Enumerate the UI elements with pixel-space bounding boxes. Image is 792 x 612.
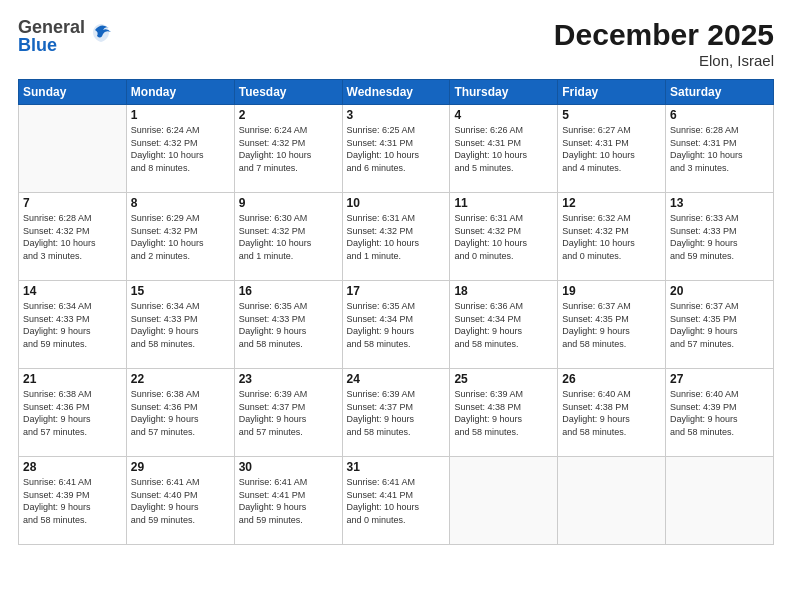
table-row: 2Sunrise: 6:24 AM Sunset: 4:32 PM Daylig…	[234, 105, 342, 193]
table-row: 20Sunrise: 6:37 AM Sunset: 4:35 PM Dayli…	[666, 281, 774, 369]
table-row: 10Sunrise: 6:31 AM Sunset: 4:32 PM Dayli…	[342, 193, 450, 281]
day-number: 3	[347, 108, 446, 122]
day-info: Sunrise: 6:39 AM Sunset: 4:38 PM Dayligh…	[454, 388, 553, 438]
day-info: Sunrise: 6:35 AM Sunset: 4:34 PM Dayligh…	[347, 300, 446, 350]
month-title: December 2025	[554, 18, 774, 52]
col-thursday: Thursday	[450, 80, 558, 105]
table-row: 6Sunrise: 6:28 AM Sunset: 4:31 PM Daylig…	[666, 105, 774, 193]
table-row: 12Sunrise: 6:32 AM Sunset: 4:32 PM Dayli…	[558, 193, 666, 281]
day-info: Sunrise: 6:35 AM Sunset: 4:33 PM Dayligh…	[239, 300, 338, 350]
day-number: 12	[562, 196, 661, 210]
day-number: 31	[347, 460, 446, 474]
day-info: Sunrise: 6:34 AM Sunset: 4:33 PM Dayligh…	[23, 300, 122, 350]
day-info: Sunrise: 6:27 AM Sunset: 4:31 PM Dayligh…	[562, 124, 661, 174]
day-info: Sunrise: 6:31 AM Sunset: 4:32 PM Dayligh…	[454, 212, 553, 262]
day-info: Sunrise: 6:32 AM Sunset: 4:32 PM Dayligh…	[562, 212, 661, 262]
day-info: Sunrise: 6:36 AM Sunset: 4:34 PM Dayligh…	[454, 300, 553, 350]
day-number: 7	[23, 196, 122, 210]
calendar-table: Sunday Monday Tuesday Wednesday Thursday…	[18, 79, 774, 545]
day-number: 27	[670, 372, 769, 386]
day-number: 18	[454, 284, 553, 298]
day-info: Sunrise: 6:28 AM Sunset: 4:32 PM Dayligh…	[23, 212, 122, 262]
day-info: Sunrise: 6:38 AM Sunset: 4:36 PM Dayligh…	[23, 388, 122, 438]
day-info: Sunrise: 6:37 AM Sunset: 4:35 PM Dayligh…	[562, 300, 661, 350]
col-saturday: Saturday	[666, 80, 774, 105]
day-info: Sunrise: 6:24 AM Sunset: 4:32 PM Dayligh…	[239, 124, 338, 174]
day-number: 5	[562, 108, 661, 122]
day-number: 11	[454, 196, 553, 210]
table-row: 19Sunrise: 6:37 AM Sunset: 4:35 PM Dayli…	[558, 281, 666, 369]
day-info: Sunrise: 6:40 AM Sunset: 4:39 PM Dayligh…	[670, 388, 769, 438]
table-row: 18Sunrise: 6:36 AM Sunset: 4:34 PM Dayli…	[450, 281, 558, 369]
day-number: 14	[23, 284, 122, 298]
table-row: 23Sunrise: 6:39 AM Sunset: 4:37 PM Dayli…	[234, 369, 342, 457]
day-number: 22	[131, 372, 230, 386]
day-number: 30	[239, 460, 338, 474]
day-number: 21	[23, 372, 122, 386]
day-number: 9	[239, 196, 338, 210]
day-number: 26	[562, 372, 661, 386]
day-info: Sunrise: 6:41 AM Sunset: 4:39 PM Dayligh…	[23, 476, 122, 526]
logo-bird-icon	[87, 20, 115, 48]
logo-general: General	[18, 18, 85, 36]
col-tuesday: Tuesday	[234, 80, 342, 105]
day-info: Sunrise: 6:38 AM Sunset: 4:36 PM Dayligh…	[131, 388, 230, 438]
day-number: 15	[131, 284, 230, 298]
day-info: Sunrise: 6:24 AM Sunset: 4:32 PM Dayligh…	[131, 124, 230, 174]
day-number: 28	[23, 460, 122, 474]
table-row: 25Sunrise: 6:39 AM Sunset: 4:38 PM Dayli…	[450, 369, 558, 457]
table-row: 13Sunrise: 6:33 AM Sunset: 4:33 PM Dayli…	[666, 193, 774, 281]
table-row: 1Sunrise: 6:24 AM Sunset: 4:32 PM Daylig…	[126, 105, 234, 193]
table-row: 24Sunrise: 6:39 AM Sunset: 4:37 PM Dayli…	[342, 369, 450, 457]
day-info: Sunrise: 6:30 AM Sunset: 4:32 PM Dayligh…	[239, 212, 338, 262]
day-number: 2	[239, 108, 338, 122]
calendar-week-row: 28Sunrise: 6:41 AM Sunset: 4:39 PM Dayli…	[19, 457, 774, 545]
calendar-header-row: Sunday Monday Tuesday Wednesday Thursday…	[19, 80, 774, 105]
day-info: Sunrise: 6:41 AM Sunset: 4:41 PM Dayligh…	[239, 476, 338, 526]
table-row: 29Sunrise: 6:41 AM Sunset: 4:40 PM Dayli…	[126, 457, 234, 545]
day-number: 8	[131, 196, 230, 210]
calendar-week-row: 7Sunrise: 6:28 AM Sunset: 4:32 PM Daylig…	[19, 193, 774, 281]
table-row: 15Sunrise: 6:34 AM Sunset: 4:33 PM Dayli…	[126, 281, 234, 369]
table-row: 16Sunrise: 6:35 AM Sunset: 4:33 PM Dayli…	[234, 281, 342, 369]
day-number: 29	[131, 460, 230, 474]
logo-text-block: General Blue	[18, 18, 85, 54]
table-row	[450, 457, 558, 545]
table-row: 28Sunrise: 6:41 AM Sunset: 4:39 PM Dayli…	[19, 457, 127, 545]
table-row: 11Sunrise: 6:31 AM Sunset: 4:32 PM Dayli…	[450, 193, 558, 281]
day-info: Sunrise: 6:40 AM Sunset: 4:38 PM Dayligh…	[562, 388, 661, 438]
logo-blue: Blue	[18, 36, 85, 54]
day-info: Sunrise: 6:34 AM Sunset: 4:33 PM Dayligh…	[131, 300, 230, 350]
table-row: 17Sunrise: 6:35 AM Sunset: 4:34 PM Dayli…	[342, 281, 450, 369]
col-wednesday: Wednesday	[342, 80, 450, 105]
day-number: 4	[454, 108, 553, 122]
table-row: 7Sunrise: 6:28 AM Sunset: 4:32 PM Daylig…	[19, 193, 127, 281]
day-info: Sunrise: 6:39 AM Sunset: 4:37 PM Dayligh…	[239, 388, 338, 438]
table-row: 9Sunrise: 6:30 AM Sunset: 4:32 PM Daylig…	[234, 193, 342, 281]
day-info: Sunrise: 6:41 AM Sunset: 4:41 PM Dayligh…	[347, 476, 446, 526]
col-friday: Friday	[558, 80, 666, 105]
table-row	[19, 105, 127, 193]
day-info: Sunrise: 6:29 AM Sunset: 4:32 PM Dayligh…	[131, 212, 230, 262]
day-number: 1	[131, 108, 230, 122]
day-info: Sunrise: 6:28 AM Sunset: 4:31 PM Dayligh…	[670, 124, 769, 174]
calendar-week-row: 14Sunrise: 6:34 AM Sunset: 4:33 PM Dayli…	[19, 281, 774, 369]
calendar-week-row: 21Sunrise: 6:38 AM Sunset: 4:36 PM Dayli…	[19, 369, 774, 457]
table-row: 8Sunrise: 6:29 AM Sunset: 4:32 PM Daylig…	[126, 193, 234, 281]
table-row: 4Sunrise: 6:26 AM Sunset: 4:31 PM Daylig…	[450, 105, 558, 193]
day-number: 19	[562, 284, 661, 298]
table-row: 3Sunrise: 6:25 AM Sunset: 4:31 PM Daylig…	[342, 105, 450, 193]
table-row: 14Sunrise: 6:34 AM Sunset: 4:33 PM Dayli…	[19, 281, 127, 369]
location: Elon, Israel	[554, 52, 774, 69]
day-number: 25	[454, 372, 553, 386]
table-row: 5Sunrise: 6:27 AM Sunset: 4:31 PM Daylig…	[558, 105, 666, 193]
day-info: Sunrise: 6:26 AM Sunset: 4:31 PM Dayligh…	[454, 124, 553, 174]
day-number: 23	[239, 372, 338, 386]
day-number: 24	[347, 372, 446, 386]
table-row: 27Sunrise: 6:40 AM Sunset: 4:39 PM Dayli…	[666, 369, 774, 457]
day-number: 13	[670, 196, 769, 210]
title-block: December 2025 Elon, Israel	[554, 18, 774, 69]
header: General Blue December 2025 Elon, Israel	[18, 18, 774, 69]
day-number: 20	[670, 284, 769, 298]
table-row	[558, 457, 666, 545]
